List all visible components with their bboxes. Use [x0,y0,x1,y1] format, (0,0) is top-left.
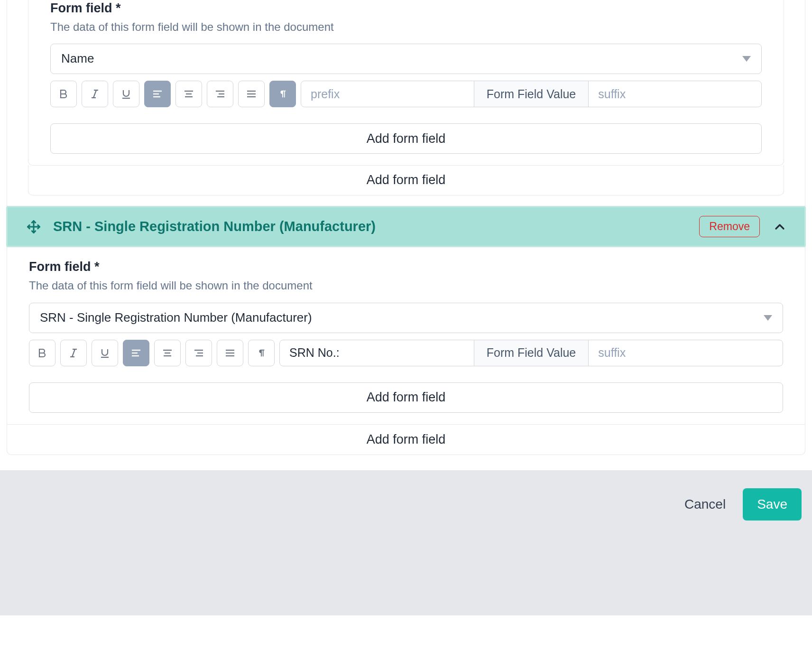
prefix-input[interactable]: prefix [301,81,474,107]
svg-line-22 [72,349,75,357]
align-left-button[interactable] [123,340,149,366]
form-field-select[interactable]: Name [50,44,762,74]
select-value: Name [61,51,94,67]
form-field-value-label: Form Field Value [474,340,589,366]
chevron-up-icon[interactable] [772,219,787,234]
caret-down-icon [742,56,751,62]
select-value: SRN - Single Registration Number (Manufa… [40,310,312,326]
prefix-suffix-group: SRN No.: Form Field Value suffix [279,340,783,366]
format-toolbar: SRN No.: Form Field Value suffix [29,340,783,366]
format-toolbar: prefix Form Field Value suffix [50,81,762,107]
field-label: Form field * [50,0,762,17]
field-help: The data of this form field will be show… [50,19,762,34]
italic-button[interactable] [60,340,87,366]
section-title: SRN - Single Registration Number (Manufa… [53,218,687,236]
align-center-button[interactable] [154,340,181,366]
align-center-button[interactable] [175,81,202,107]
svg-marker-0 [742,56,751,62]
section-srn: SRN - Single Registration Number (Manufa… [6,206,806,247]
caret-down-icon [764,315,772,321]
field-help: The data of this form field will be show… [29,278,783,293]
suffix-input[interactable]: suffix [589,340,783,366]
form-field-value-label: Form Field Value [474,81,589,107]
remove-button[interactable]: Remove [699,216,760,237]
pilcrow-button[interactable] [248,340,275,366]
svg-marker-19 [764,315,772,321]
align-left-button[interactable] [144,81,171,107]
field-label: Form field * [29,259,783,275]
pilcrow-button[interactable] [269,81,296,107]
form-field-select[interactable]: SRN - Single Registration Number (Manufa… [29,303,783,333]
svg-line-3 [93,90,96,98]
add-form-field-button[interactable]: Add form field [29,382,783,413]
section-srn-body: Form field * The data of this form field… [7,247,805,424]
align-justify-button[interactable] [217,340,243,366]
underline-button[interactable] [92,340,118,366]
footer: Cancel Save [0,470,812,615]
prefix-input[interactable]: SRN No.: [280,340,474,366]
bold-button[interactable] [29,340,55,366]
move-icon[interactable] [27,220,41,234]
underline-button[interactable] [113,81,139,107]
form-panel: Form field * The data of this form field… [7,0,805,455]
save-button[interactable]: Save [743,488,802,521]
italic-button[interactable] [82,81,108,107]
section-header[interactable]: SRN - Single Registration Number (Manufa… [8,207,804,246]
section-name: Form field * The data of this form field… [28,0,784,166]
add-form-field-button[interactable]: Add form field [7,424,805,455]
add-form-field-button[interactable]: Add form field [28,165,784,195]
prefix-suffix-group: prefix Form Field Value suffix [301,81,762,107]
bold-button[interactable] [50,81,77,107]
cancel-button[interactable]: Cancel [680,490,730,519]
suffix-input[interactable]: suffix [589,81,761,107]
align-right-button[interactable] [207,81,233,107]
align-justify-button[interactable] [238,81,265,107]
add-form-field-button[interactable]: Add form field [50,123,762,154]
align-right-button[interactable] [185,340,212,366]
